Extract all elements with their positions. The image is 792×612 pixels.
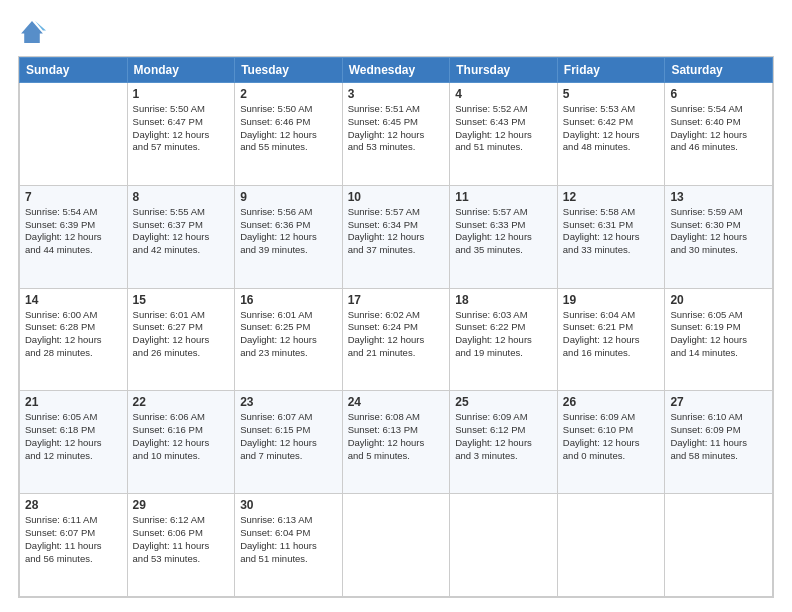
day-info: Sunrise: 6:09 AM Sunset: 6:12 PM Dayligh… <box>455 411 552 462</box>
day-number: 12 <box>563 190 660 204</box>
calendar-cell: 4Sunrise: 5:52 AM Sunset: 6:43 PM Daylig… <box>450 83 558 186</box>
svg-marker-0 <box>21 21 43 43</box>
weekday-header-thursday: Thursday <box>450 58 558 83</box>
day-info: Sunrise: 6:03 AM Sunset: 6:22 PM Dayligh… <box>455 309 552 360</box>
day-number: 3 <box>348 87 445 101</box>
day-number: 27 <box>670 395 767 409</box>
calendar-cell: 18Sunrise: 6:03 AM Sunset: 6:22 PM Dayli… <box>450 288 558 391</box>
day-info: Sunrise: 6:06 AM Sunset: 6:16 PM Dayligh… <box>133 411 230 462</box>
day-number: 17 <box>348 293 445 307</box>
calendar-cell: 26Sunrise: 6:09 AM Sunset: 6:10 PM Dayli… <box>557 391 665 494</box>
day-number: 6 <box>670 87 767 101</box>
day-number: 4 <box>455 87 552 101</box>
day-info: Sunrise: 5:53 AM Sunset: 6:42 PM Dayligh… <box>563 103 660 154</box>
day-number: 21 <box>25 395 122 409</box>
calendar-cell: 16Sunrise: 6:01 AM Sunset: 6:25 PM Dayli… <box>235 288 343 391</box>
day-number: 13 <box>670 190 767 204</box>
day-info: Sunrise: 6:13 AM Sunset: 6:04 PM Dayligh… <box>240 514 337 565</box>
calendar-cell <box>665 494 773 597</box>
weekday-header-tuesday: Tuesday <box>235 58 343 83</box>
day-info: Sunrise: 6:02 AM Sunset: 6:24 PM Dayligh… <box>348 309 445 360</box>
logo <box>18 18 50 46</box>
logo-icon <box>18 18 46 46</box>
calendar-cell: 6Sunrise: 5:54 AM Sunset: 6:40 PM Daylig… <box>665 83 773 186</box>
calendar-cell: 2Sunrise: 5:50 AM Sunset: 6:46 PM Daylig… <box>235 83 343 186</box>
week-row-4: 21Sunrise: 6:05 AM Sunset: 6:18 PM Dayli… <box>20 391 773 494</box>
calendar-cell: 14Sunrise: 6:00 AM Sunset: 6:28 PM Dayli… <box>20 288 128 391</box>
calendar-cell: 27Sunrise: 6:10 AM Sunset: 6:09 PM Dayli… <box>665 391 773 494</box>
calendar-cell: 1Sunrise: 5:50 AM Sunset: 6:47 PM Daylig… <box>127 83 235 186</box>
day-number: 19 <box>563 293 660 307</box>
week-row-2: 7Sunrise: 5:54 AM Sunset: 6:39 PM Daylig… <box>20 185 773 288</box>
day-info: Sunrise: 6:00 AM Sunset: 6:28 PM Dayligh… <box>25 309 122 360</box>
calendar-table: SundayMondayTuesdayWednesdayThursdayFrid… <box>19 57 773 597</box>
day-info: Sunrise: 6:08 AM Sunset: 6:13 PM Dayligh… <box>348 411 445 462</box>
calendar-cell: 24Sunrise: 6:08 AM Sunset: 6:13 PM Dayli… <box>342 391 450 494</box>
calendar-cell: 13Sunrise: 5:59 AM Sunset: 6:30 PM Dayli… <box>665 185 773 288</box>
day-number: 1 <box>133 87 230 101</box>
day-info: Sunrise: 5:51 AM Sunset: 6:45 PM Dayligh… <box>348 103 445 154</box>
day-number: 9 <box>240 190 337 204</box>
day-number: 16 <box>240 293 337 307</box>
day-number: 14 <box>25 293 122 307</box>
weekday-header-wednesday: Wednesday <box>342 58 450 83</box>
calendar-cell: 17Sunrise: 6:02 AM Sunset: 6:24 PM Dayli… <box>342 288 450 391</box>
day-info: Sunrise: 5:50 AM Sunset: 6:47 PM Dayligh… <box>133 103 230 154</box>
week-row-3: 14Sunrise: 6:00 AM Sunset: 6:28 PM Dayli… <box>20 288 773 391</box>
day-info: Sunrise: 6:11 AM Sunset: 6:07 PM Dayligh… <box>25 514 122 565</box>
day-number: 11 <box>455 190 552 204</box>
calendar-cell: 29Sunrise: 6:12 AM Sunset: 6:06 PM Dayli… <box>127 494 235 597</box>
day-info: Sunrise: 5:55 AM Sunset: 6:37 PM Dayligh… <box>133 206 230 257</box>
day-number: 24 <box>348 395 445 409</box>
week-row-1: 1Sunrise: 5:50 AM Sunset: 6:47 PM Daylig… <box>20 83 773 186</box>
day-info: Sunrise: 6:05 AM Sunset: 6:18 PM Dayligh… <box>25 411 122 462</box>
day-info: Sunrise: 5:57 AM Sunset: 6:33 PM Dayligh… <box>455 206 552 257</box>
weekday-header-saturday: Saturday <box>665 58 773 83</box>
calendar-cell <box>342 494 450 597</box>
day-number: 5 <box>563 87 660 101</box>
day-info: Sunrise: 6:01 AM Sunset: 6:27 PM Dayligh… <box>133 309 230 360</box>
calendar-cell: 28Sunrise: 6:11 AM Sunset: 6:07 PM Dayli… <box>20 494 128 597</box>
header <box>18 18 774 46</box>
day-number: 25 <box>455 395 552 409</box>
day-number: 23 <box>240 395 337 409</box>
day-number: 7 <box>25 190 122 204</box>
calendar-cell: 5Sunrise: 5:53 AM Sunset: 6:42 PM Daylig… <box>557 83 665 186</box>
page: SundayMondayTuesdayWednesdayThursdayFrid… <box>0 0 792 612</box>
day-info: Sunrise: 6:05 AM Sunset: 6:19 PM Dayligh… <box>670 309 767 360</box>
weekday-header-monday: Monday <box>127 58 235 83</box>
day-number: 18 <box>455 293 552 307</box>
day-info: Sunrise: 5:56 AM Sunset: 6:36 PM Dayligh… <box>240 206 337 257</box>
day-info: Sunrise: 5:52 AM Sunset: 6:43 PM Dayligh… <box>455 103 552 154</box>
day-number: 20 <box>670 293 767 307</box>
weekday-header-sunday: Sunday <box>20 58 128 83</box>
day-number: 28 <box>25 498 122 512</box>
week-row-5: 28Sunrise: 6:11 AM Sunset: 6:07 PM Dayli… <box>20 494 773 597</box>
day-info: Sunrise: 6:10 AM Sunset: 6:09 PM Dayligh… <box>670 411 767 462</box>
day-number: 8 <box>133 190 230 204</box>
day-number: 2 <box>240 87 337 101</box>
calendar-cell: 20Sunrise: 6:05 AM Sunset: 6:19 PM Dayli… <box>665 288 773 391</box>
day-number: 26 <box>563 395 660 409</box>
day-info: Sunrise: 5:58 AM Sunset: 6:31 PM Dayligh… <box>563 206 660 257</box>
day-info: Sunrise: 5:59 AM Sunset: 6:30 PM Dayligh… <box>670 206 767 257</box>
calendar-header: SundayMondayTuesdayWednesdayThursdayFrid… <box>20 58 773 83</box>
calendar-cell <box>450 494 558 597</box>
day-info: Sunrise: 5:57 AM Sunset: 6:34 PM Dayligh… <box>348 206 445 257</box>
calendar-cell: 3Sunrise: 5:51 AM Sunset: 6:45 PM Daylig… <box>342 83 450 186</box>
day-info: Sunrise: 6:07 AM Sunset: 6:15 PM Dayligh… <box>240 411 337 462</box>
calendar-cell: 25Sunrise: 6:09 AM Sunset: 6:12 PM Dayli… <box>450 391 558 494</box>
calendar-cell: 19Sunrise: 6:04 AM Sunset: 6:21 PM Dayli… <box>557 288 665 391</box>
day-number: 30 <box>240 498 337 512</box>
calendar-cell: 21Sunrise: 6:05 AM Sunset: 6:18 PM Dayli… <box>20 391 128 494</box>
calendar-cell: 23Sunrise: 6:07 AM Sunset: 6:15 PM Dayli… <box>235 391 343 494</box>
calendar-cell: 11Sunrise: 5:57 AM Sunset: 6:33 PM Dayli… <box>450 185 558 288</box>
calendar-cell: 30Sunrise: 6:13 AM Sunset: 6:04 PM Dayli… <box>235 494 343 597</box>
day-number: 15 <box>133 293 230 307</box>
calendar-cell: 9Sunrise: 5:56 AM Sunset: 6:36 PM Daylig… <box>235 185 343 288</box>
day-info: Sunrise: 6:04 AM Sunset: 6:21 PM Dayligh… <box>563 309 660 360</box>
calendar-cell <box>557 494 665 597</box>
calendar-cell: 15Sunrise: 6:01 AM Sunset: 6:27 PM Dayli… <box>127 288 235 391</box>
day-number: 29 <box>133 498 230 512</box>
day-info: Sunrise: 5:54 AM Sunset: 6:39 PM Dayligh… <box>25 206 122 257</box>
